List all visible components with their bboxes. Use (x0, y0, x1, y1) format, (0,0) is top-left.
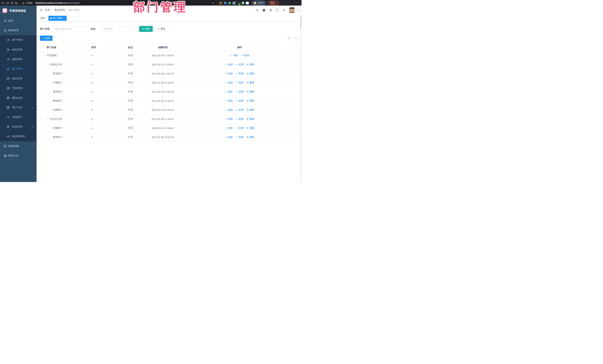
dept-status: 开启 (122, 126, 145, 130)
sidebar-item-online-users[interactable]: 在线用户 (0, 112, 36, 122)
extension-grid-icon[interactable] (233, 2, 235, 4)
search-button[interactable]: 搜索 (139, 26, 153, 32)
sidebar-item-system[interactable]: 系统管理 (0, 26, 36, 35)
delete-link[interactable]: 删除 (247, 126, 254, 130)
delete-link[interactable]: 删除 (247, 117, 254, 121)
sidebar-item-notice[interactable]: 通知公告 (0, 93, 36, 103)
fullscreen-icon[interactable] (276, 9, 279, 12)
user-avatar[interactable] (289, 7, 295, 13)
back-icon[interactable] (2, 1, 5, 4)
tab-dept-management[interactable]: 部门管理 × (48, 16, 67, 21)
col-status: 状态 (122, 46, 145, 49)
delete-link[interactable]: 删除 (247, 99, 254, 102)
sidebar-item-menus[interactable]: 菜单管理 (0, 55, 36, 64)
close-icon[interactable]: × (63, 17, 65, 20)
extension-donut-icon[interactable] (219, 2, 222, 4)
help-icon[interactable] (269, 9, 272, 12)
delete-link[interactable]: 删除 (247, 63, 254, 66)
sidebar-item-departments[interactable]: 部门管理 (0, 64, 36, 74)
edit-link[interactable]: 修改 (225, 99, 233, 102)
gear-icon (4, 29, 7, 32)
security-label[interactable]: 不安全 (26, 1, 33, 5)
menu-list-icon (7, 58, 10, 61)
table-row: 财务部门 2 开启 2021-01-05 17:03:47 修改 新增 删除 (40, 133, 299, 142)
sidebar-item-posts[interactable]: 岗位管理 (0, 74, 36, 83)
sidebar-logo[interactable]: 芋道管理系统 (0, 6, 36, 16)
browser-update-button[interactable]: 更新 (268, 1, 279, 5)
add-link[interactable]: 新增 (236, 72, 244, 75)
font-size-icon[interactable] (282, 9, 286, 12)
dept-created: 2021-01-05 17:03:47 (145, 63, 181, 66)
extension-tampermonkey-icon[interactable]: on (237, 2, 240, 4)
sidebar-item-dict[interactable]: 字典管理 (0, 83, 36, 93)
sidebar-item-dev-tools[interactable]: 研发工具 (0, 151, 36, 161)
edit-link[interactable]: 修改 (225, 126, 233, 130)
table-row: 研发部门 1 开启 2021-01-05 17:03:47 修改 新增 删除 (40, 69, 299, 78)
github-icon[interactable] (262, 9, 266, 12)
sidebar-item-error-codes[interactable]: 错误码管理 (0, 132, 36, 141)
sidebar-item-infrastructure[interactable]: 基础设施 (0, 141, 36, 151)
add-button[interactable]: 新增 (40, 36, 53, 41)
add-link[interactable]: 新增 (236, 108, 244, 111)
scrollbar-thumb[interactable] (300, 16, 301, 29)
edit-link[interactable]: 修改 (225, 81, 233, 84)
toolbox-icon (4, 154, 7, 157)
reset-button[interactable]: 重置 (155, 26, 168, 32)
edit-link[interactable]: 修改 (225, 135, 233, 139)
breadcrumb-system[interactable]: 系统管理 (54, 9, 65, 12)
add-link[interactable]: 新增 (236, 99, 244, 102)
edit-link[interactable]: 修改 (225, 117, 233, 121)
add-link[interactable]: 新增 (236, 135, 244, 139)
delete-link[interactable]: 删除 (247, 135, 254, 139)
expand-arrow-icon[interactable] (44, 55, 46, 56)
add-link[interactable]: 新增 (236, 117, 244, 121)
dept-created: 2021-01-05 17:03:47 (145, 99, 181, 102)
edit-link[interactable]: 修改 (231, 54, 238, 57)
sidebar-toggle-icon[interactable] (39, 9, 43, 12)
sidebar-item-roles[interactable]: 角色管理 (0, 45, 36, 55)
breadcrumb-home[interactable]: 首页 (45, 9, 50, 12)
delete-link[interactable]: 删除 (247, 81, 254, 84)
extension-check-icon[interactable]: ✓ (228, 2, 231, 4)
add-link[interactable]: 新增 (236, 90, 244, 93)
delete-link[interactable]: 删除 (247, 72, 254, 75)
home-icon[interactable] (15, 1, 18, 4)
tab-home[interactable]: 首页 (39, 16, 47, 21)
status-select[interactable]: 菜单状态 (101, 26, 137, 32)
extension-gem-icon[interactable] (224, 1, 227, 5)
delete-link[interactable]: 删除 (247, 108, 254, 111)
bookmark-star-icon[interactable] (212, 2, 214, 4)
edit-link[interactable]: 修改 (225, 63, 233, 66)
menu-dots-icon[interactable] (276, 2, 277, 4)
sidebar-item-users[interactable]: 用户管理 (0, 35, 36, 45)
edit-link[interactable]: 修改 (225, 72, 233, 75)
add-link[interactable]: 新增 (236, 81, 244, 84)
online-icon (7, 116, 10, 119)
add-link[interactable]: 新增 (241, 54, 249, 57)
browser-profile-chip[interactable]: 已暂停 (252, 1, 266, 5)
edit-link[interactable]: 修改 (225, 90, 233, 93)
forward-icon[interactable] (6, 1, 9, 4)
chevron-down-icon (32, 145, 33, 147)
delete-link[interactable]: 删除 (247, 90, 254, 93)
refresh-button[interactable] (293, 36, 299, 41)
reload-icon[interactable] (10, 1, 13, 4)
url-text[interactable]: dashboard.yudao.iocoder.cn/system/dept (35, 2, 79, 4)
dept-name-input[interactable] (53, 26, 89, 32)
table-tools (287, 36, 299, 41)
extension-person-icon[interactable] (242, 2, 244, 4)
expand-arrow-icon[interactable] (47, 64, 49, 66)
extensions-puzzle-icon[interactable] (246, 2, 249, 4)
expand-arrow-icon[interactable] (47, 118, 49, 120)
sidebar-item-audit-log[interactable]: 审计日志 (0, 103, 36, 112)
hide-search-button[interactable] (287, 36, 292, 41)
add-link[interactable]: 新增 (236, 63, 244, 66)
dept-created: 2021-01-05 17:03:47 (145, 54, 181, 57)
sidebar-item-sms[interactable]: 短信管理 (0, 122, 36, 132)
page-scrollbar[interactable] (300, 6, 302, 182)
edit-link[interactable]: 修改 (225, 108, 233, 111)
sidebar-item-home[interactable]: 首页 (0, 16, 36, 26)
add-link[interactable]: 新增 (236, 126, 244, 130)
caret-down-icon[interactable] (297, 10, 299, 11)
search-icon[interactable] (256, 9, 259, 12)
